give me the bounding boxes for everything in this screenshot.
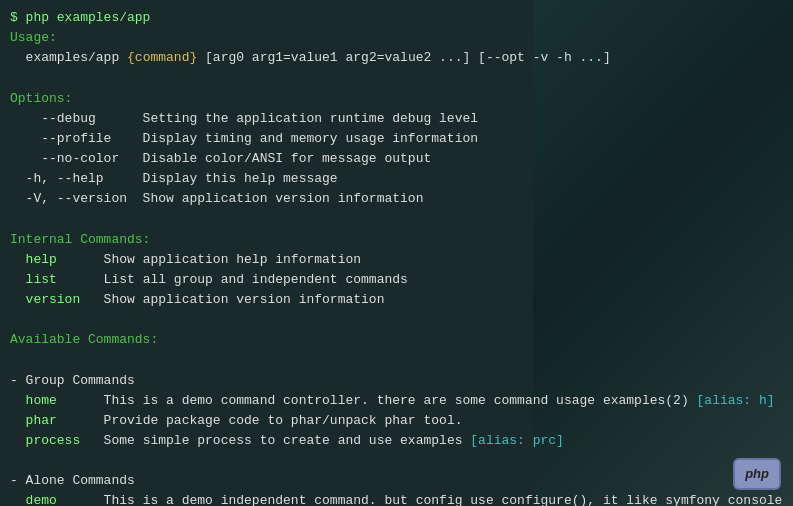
php-badge-text: php — [745, 466, 769, 481]
terminal-content: $ php examples/app Usage: examples/app {… — [10, 8, 783, 506]
usage-value-line: examples/app {command} [arg0 arg1=value1… — [10, 48, 783, 68]
php-badge: php — [733, 458, 781, 490]
blank-1 — [10, 68, 783, 88]
cmd-demo-line: demo This is a demo independent command.… — [10, 491, 783, 506]
usage-label-line: Usage: — [10, 28, 783, 48]
group-header-line: - Group Commands — [10, 371, 783, 391]
blank-2 — [10, 209, 783, 229]
available-label-line: Available Commands: — [10, 330, 783, 350]
opt-debug-line: --debug Setting the application runtime … — [10, 109, 783, 129]
cmd-phar-line: phar Provide package code to phar/unpack… — [10, 411, 783, 431]
cmd-version-line: version Show application version informa… — [10, 290, 783, 310]
blank-5 — [10, 451, 783, 471]
cmd-help-line: help Show application help information — [10, 250, 783, 270]
alone-header-line: - Alone Commands — [10, 471, 783, 491]
terminal: $ php examples/app Usage: examples/app {… — [0, 0, 793, 506]
options-label-line: Options: — [10, 89, 783, 109]
opt-profile-line: --profile Display timing and memory usag… — [10, 129, 783, 149]
opt-help-line: -h, --help Display this help message — [10, 169, 783, 189]
opt-nocolor-line: --no-color Disable color/ANSI for messag… — [10, 149, 783, 169]
cmd-process-line: process Some simple process to create an… — [10, 431, 783, 451]
cmd-list-line: list List all group and independent comm… — [10, 270, 783, 290]
internal-label-line: Internal Commands: — [10, 230, 783, 250]
blank-4 — [10, 350, 783, 370]
prompt-line: $ php examples/app — [10, 8, 783, 28]
cmd-home-line: home This is a demo command controller. … — [10, 391, 783, 411]
opt-version-line: -V, --version Show application version i… — [10, 189, 783, 209]
blank-3 — [10, 310, 783, 330]
